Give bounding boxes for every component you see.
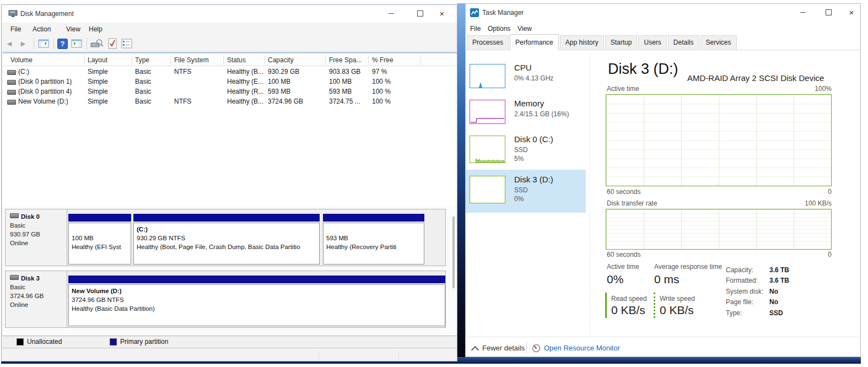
- chevron-up-icon[interactable]: [471, 346, 479, 354]
- dm-menubar: File Action View Help: [2, 23, 457, 35]
- dm-menu-view[interactable]: View: [66, 25, 80, 33]
- table-row[interactable]: (C:) Simple Basic NTFS Healthy (B... 930…: [3, 67, 457, 77]
- properties-check-icon[interactable]: [107, 38, 118, 49]
- table-row[interactable]: (Disk 0 partition 1) Simple Basic Health…: [3, 77, 457, 87]
- tm-titlebar[interactable]: Task Manager ×: [466, 4, 860, 21]
- cell-capacity: 593 MB: [268, 88, 290, 95]
- col-file-system[interactable]: File System: [174, 56, 209, 64]
- disk-0-label[interactable]: Disk 0 Basic 930.97 GB Online: [6, 209, 67, 266]
- dm-menu-help[interactable]: Help: [89, 25, 103, 33]
- write-speed-value: 0 KB/s: [660, 304, 694, 317]
- sidebar-disk0-label: Disk 0 (C:): [514, 134, 553, 144]
- dm-minimize-button[interactable]: [383, 5, 400, 21]
- disk-view-icon[interactable]: [90, 38, 104, 49]
- sidebar-item-disk0[interactable]: Disk 0 (C:) SSD 5%: [466, 131, 586, 170]
- dm-maximize-button[interactable]: [412, 5, 428, 21]
- partition-name: [72, 225, 131, 234]
- back-icon[interactable]: ◄: [6, 38, 13, 49]
- write-speed-block: Write speed 0 KB/s: [654, 293, 703, 318]
- table-row[interactable]: (Disk 0 partition 4) Simple Basic Health…: [3, 87, 457, 96]
- sidebar-item-disk3[interactable]: Disk 3 (D:) SSD 0%: [466, 170, 586, 213]
- col-free-space[interactable]: Free Spa...: [329, 56, 362, 64]
- detail-value: 3.6 TB: [769, 277, 789, 284]
- console-tree-icon[interactable]: [38, 39, 49, 48]
- partition-disk3-newvolume[interactable]: New Volume (D:) 3724.96 GB NTFS Healthy …: [68, 271, 445, 327]
- tab-performance[interactable]: Performance: [510, 34, 559, 50]
- open-resource-monitor-link[interactable]: Open Resource Monitor: [544, 344, 620, 352]
- disk3-mini-chart: [470, 176, 505, 203]
- disk-3-region: Disk 3 Basic 3724.96 GB Online New Volum…: [5, 271, 446, 328]
- cell-free: 100 MB: [329, 78, 352, 85]
- disk-size: 3724.96 GB: [10, 293, 67, 301]
- forward-icon[interactable]: ►: [19, 38, 27, 49]
- detail-key: Formatted:: [726, 277, 758, 284]
- tm-menu-options[interactable]: Options: [488, 25, 510, 33]
- dm-menu-action[interactable]: Action: [33, 25, 51, 33]
- chart1-x-left: 60 seconds: [607, 188, 640, 196]
- action-pane-icon[interactable]: [71, 39, 82, 48]
- tab-services[interactable]: Services: [700, 35, 737, 50]
- disk-name: Disk 0: [21, 213, 40, 220]
- col-volume[interactable]: Volume: [10, 56, 33, 64]
- toolbar-separator: [53, 37, 54, 50]
- checklist-icon[interactable]: [121, 39, 132, 48]
- cell-type: Basic: [135, 88, 151, 95]
- read-speed-value: 0 KB/s: [611, 304, 645, 317]
- tm-window-title: Task Manager: [482, 9, 524, 17]
- resource-monitor-icon[interactable]: [532, 344, 541, 353]
- dm-menu-file[interactable]: File: [10, 25, 21, 33]
- dm-scrollbar[interactable]: [452, 217, 455, 288]
- task-manager-window: Task Manager × File Options View Process…: [465, 3, 861, 357]
- partition-disk0-efi[interactable]: 100 MB Healthy (EFI Syst: [68, 209, 131, 266]
- cell-status: Healthy (R...: [227, 88, 264, 95]
- volume-icon: [7, 70, 16, 75]
- tab-details[interactable]: Details: [668, 35, 699, 50]
- detail-row-capacity: Capacity: 3.6 TB: [726, 266, 836, 276]
- desktop-wallpaper-strip: [457, 3, 465, 364]
- cell-free: 903.83 GB: [329, 68, 360, 75]
- table-row[interactable]: New Volume (D:) Simple Basic NTFS Health…: [3, 96, 457, 106]
- partition-size: 3724.96 GB NTFS: [72, 295, 445, 304]
- tm-menubar: File Options View: [466, 21, 860, 35]
- dm-window-title: Disk Management: [20, 10, 74, 18]
- tab-app-history[interactable]: App history: [560, 35, 604, 50]
- transfer-rate-chart[interactable]: [606, 209, 832, 250]
- cell-free: 593 MB: [329, 88, 352, 95]
- sidebar-disk0-usage: 5%: [514, 155, 524, 163]
- cell-capacity: 100 MB: [268, 78, 290, 85]
- write-speed-label: Write speed: [660, 295, 695, 303]
- desktop: Disk Management × File Action View Help …: [0, 0, 868, 367]
- dm-close-button[interactable]: ×: [434, 5, 450, 21]
- partition-color-bar: [323, 214, 424, 222]
- cell-pct-free: 100 %: [372, 78, 391, 85]
- col-layout[interactable]: Layout: [88, 56, 107, 64]
- tab-startup[interactable]: Startup: [605, 35, 638, 50]
- tab-processes[interactable]: Processes: [467, 35, 509, 50]
- toolbar-separator: [34, 37, 34, 50]
- col-type[interactable]: Type: [135, 56, 149, 64]
- tm-minimize-button[interactable]: [793, 4, 813, 20]
- help-icon[interactable]: ?: [57, 39, 68, 49]
- unallocated-swatch: [17, 338, 24, 346]
- col-pct-free[interactable]: % Free: [372, 56, 393, 64]
- device-name: AMD-RAID Array 2: [687, 73, 757, 83]
- col-status[interactable]: Status: [227, 56, 246, 64]
- partition-status: Healthy (Recovery Partiti: [326, 242, 424, 251]
- tm-maximize-button[interactable]: [818, 4, 838, 20]
- volume-icon: [7, 80, 16, 85]
- sidebar-item-cpu[interactable]: CPU 0% 4.13 GHz: [466, 60, 586, 95]
- tab-users[interactable]: Users: [638, 35, 666, 50]
- dm-titlebar[interactable]: Disk Management ×: [2, 5, 457, 23]
- partition-disk0-recovery[interactable]: 593 MB Healthy (Recovery Partiti: [323, 209, 424, 266]
- sidebar-item-memory[interactable]: Memory 2.4/15.1 GB (16%): [466, 95, 586, 131]
- disk-3-label[interactable]: Disk 3 Basic 3724.96 GB Online: [6, 271, 67, 327]
- active-time-chart[interactable]: [606, 94, 832, 186]
- disk-management-app-icon: [8, 10, 18, 18]
- col-capacity[interactable]: Capacity: [268, 56, 294, 64]
- dm-table-header[interactable]: Volume Layout Type File System Status Ca…: [3, 55, 457, 66]
- partition-disk0-c[interactable]: (C:) 930.29 GB NTFS Healthy (Boot, Page …: [133, 209, 320, 266]
- tm-menu-file[interactable]: File: [470, 25, 481, 33]
- fewer-details-button[interactable]: Fewer details: [482, 344, 525, 352]
- tm-close-button[interactable]: ×: [842, 4, 861, 20]
- tm-menu-view[interactable]: View: [517, 25, 532, 33]
